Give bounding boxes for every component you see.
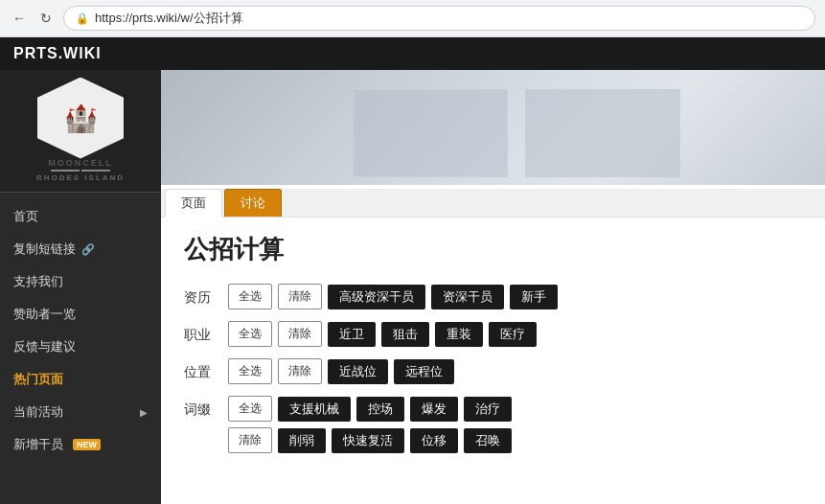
btn-tag-shift[interactable]: 位移 bbox=[410, 428, 458, 453]
filter-row-class: 职业 全选 清除 近卫 狙击 重装 医疗 bbox=[184, 321, 802, 347]
sidebar-nav: 首页 复制短链接 🔗 支持我们 赞助者一览 反馈与建议 热门页面 当前活动 ▶ bbox=[0, 193, 161, 469]
filter-buttons-qualification: 全选 清除 高级资深干员 资深干员 新手 bbox=[228, 284, 558, 309]
sidebar-item-sponsors-label: 赞助者一览 bbox=[13, 306, 76, 323]
sidebar-item-sponsors[interactable]: 赞助者一览 bbox=[0, 298, 161, 331]
logo-castle-icon: 🏰 bbox=[64, 103, 98, 134]
tab-discussion-label: 讨论 bbox=[241, 195, 265, 210]
main-content: 页面 讨论 公招计算 资历 全选 清除 高级资深干员 资深干员 新手 bbox=[161, 70, 825, 504]
btn-tag-summon[interactable]: 召唤 bbox=[464, 428, 512, 453]
back-button[interactable]: ← bbox=[10, 9, 29, 28]
address-bar[interactable]: 🔒 https://prts.wiki/w/公招计算 bbox=[63, 6, 815, 31]
sidebar-item-copy-link[interactable]: 复制短链接 🔗 bbox=[0, 233, 161, 265]
new-badge: NEW bbox=[73, 439, 101, 450]
lock-icon: 🔒 bbox=[76, 12, 89, 25]
logo-lines bbox=[51, 170, 110, 172]
btn-tag-ranged[interactable]: 远程位 bbox=[394, 359, 454, 384]
browser-chrome: ← ↻ 🔒 https://prts.wiki/w/公招计算 bbox=[0, 0, 825, 37]
sidebar-item-feedback[interactable]: 反馈与建议 bbox=[0, 331, 161, 363]
btn-tag-debuff[interactable]: 削弱 bbox=[278, 428, 326, 453]
page-tabs: 页面 讨论 bbox=[161, 189, 825, 218]
link-icon: 🔗 bbox=[81, 243, 95, 256]
sidebar-item-current-event[interactable]: 当前活动 ▶ bbox=[0, 396, 161, 428]
btn-clear-class[interactable]: 清除 bbox=[278, 321, 322, 347]
browser-toolbar: ← ↻ 🔒 https://prts.wiki/w/公招计算 bbox=[0, 0, 825, 36]
btn-select-all-class[interactable]: 全选 bbox=[228, 321, 272, 347]
sidebar-item-copy-link-label: 复制短链接 bbox=[13, 241, 76, 258]
sidebar-logo: 🏰 MOONCELL RHODES ISLAND bbox=[0, 70, 161, 193]
btn-tag-support-mech[interactable]: 支援机械 bbox=[278, 397, 351, 422]
btn-clear-qualification[interactable]: 清除 bbox=[278, 284, 322, 309]
tab-page[interactable]: 页面 bbox=[165, 189, 222, 218]
filter-buttons-affix: 全选 支援机械 控场 爆发 治疗 清除 削弱 快速复活 位移 召唤 bbox=[228, 396, 512, 453]
filter-row-affix: 词缀 全选 支援机械 控场 爆发 治疗 清除 削弱 快速复活 位移 召唤 bbox=[184, 396, 802, 453]
btn-tag-crowd-control[interactable]: 控场 bbox=[356, 397, 404, 422]
content-area: 公招计算 资历 全选 清除 高级资深干员 资深干员 新手 职业 全选 清除 近卫 bbox=[161, 218, 825, 480]
btn-tag-rookie[interactable]: 新手 bbox=[510, 285, 558, 309]
btn-clear-affix[interactable]: 清除 bbox=[228, 427, 272, 453]
filter-label-qualification: 资历 bbox=[184, 284, 218, 307]
url-text: https://prts.wiki/w/公招计算 bbox=[95, 10, 243, 27]
sidebar-section-hot: 热门页面 bbox=[0, 363, 161, 396]
sidebar: 🏰 MOONCELL RHODES ISLAND 首页 复制短链接 🔗 支持我们… bbox=[0, 70, 161, 504]
tab-page-label: 页面 bbox=[181, 195, 206, 210]
sidebar-item-support-label: 支持我们 bbox=[13, 273, 63, 290]
filter-row-qualification: 资历 全选 清除 高级资深干员 资深干员 新手 bbox=[184, 284, 802, 309]
logo-line-right bbox=[81, 170, 110, 172]
site-title: PRTS.WIKI bbox=[13, 45, 102, 61]
tab-discussion[interactable]: 讨论 bbox=[224, 189, 282, 217]
logo-hexagon: 🏰 bbox=[37, 80, 124, 156]
filter-label-affix: 词缀 bbox=[184, 396, 218, 419]
btn-tag-healing[interactable]: 治疗 bbox=[464, 397, 512, 422]
btn-tag-medic[interactable]: 医疗 bbox=[489, 322, 537, 347]
filter-buttons-position: 全选 清除 近战位 远程位 bbox=[228, 358, 454, 384]
hero-banner bbox=[161, 70, 825, 185]
btn-tag-burst[interactable]: 爆发 bbox=[410, 397, 458, 422]
sidebar-item-home-label: 首页 bbox=[13, 208, 38, 225]
arrow-right-icon: ▶ bbox=[140, 407, 148, 418]
sidebar-item-support[interactable]: 支持我们 bbox=[0, 265, 161, 298]
sidebar-item-home[interactable]: 首页 bbox=[0, 200, 161, 233]
sidebar-section-hot-label: 热门页面 bbox=[13, 372, 63, 386]
filter-label-position: 位置 bbox=[184, 358, 218, 381]
logo-line-left bbox=[51, 170, 80, 172]
sidebar-item-feedback-label: 反馈与建议 bbox=[13, 338, 76, 355]
site-header: PRTS.WIKI bbox=[0, 37, 825, 70]
logo-text-top: MOONCELL bbox=[48, 158, 113, 168]
refresh-button[interactable]: ↻ bbox=[36, 9, 56, 28]
btn-tag-defender[interactable]: 重装 bbox=[435, 322, 483, 347]
filter-row-position: 位置 全选 清除 近战位 远程位 bbox=[184, 358, 802, 384]
btn-tag-senior[interactable]: 资深干员 bbox=[431, 285, 504, 309]
main-layout: 🏰 MOONCELL RHODES ISLAND 首页 复制短链接 🔗 支持我们… bbox=[0, 70, 825, 504]
logo-text-bottom: RHODES ISLAND bbox=[36, 173, 125, 182]
filter-affix-row2: 清除 削弱 快速复活 位移 召唤 bbox=[228, 427, 512, 453]
btn-tag-sniper[interactable]: 狙击 bbox=[381, 322, 429, 347]
btn-select-all-affix[interactable]: 全选 bbox=[228, 396, 272, 422]
btn-tag-fast-redeploy[interactable]: 快速复活 bbox=[332, 428, 404, 453]
sidebar-item-current-event-label: 当前活动 bbox=[13, 403, 63, 421]
btn-tag-melee[interactable]: 近战位 bbox=[328, 359, 388, 384]
filter-buttons-class: 全选 清除 近卫 狙击 重装 医疗 bbox=[228, 321, 537, 347]
filter-label-class: 职业 bbox=[184, 321, 218, 344]
btn-select-all-position[interactable]: 全选 bbox=[228, 358, 272, 384]
btn-tag-guard[interactable]: 近卫 bbox=[328, 322, 376, 347]
btn-tag-senior-elite[interactable]: 高级资深干员 bbox=[328, 285, 425, 309]
filter-affix-row1: 全选 支援机械 控场 爆发 治疗 bbox=[228, 396, 512, 422]
sidebar-item-new-operators[interactable]: 新增干员 NEW bbox=[0, 428, 161, 461]
btn-clear-position[interactable]: 清除 bbox=[278, 358, 322, 384]
page-title: 公招计算 bbox=[184, 233, 802, 266]
sidebar-item-new-operators-label: 新增干员 bbox=[13, 436, 63, 453]
btn-select-all-qualification[interactable]: 全选 bbox=[228, 284, 272, 309]
